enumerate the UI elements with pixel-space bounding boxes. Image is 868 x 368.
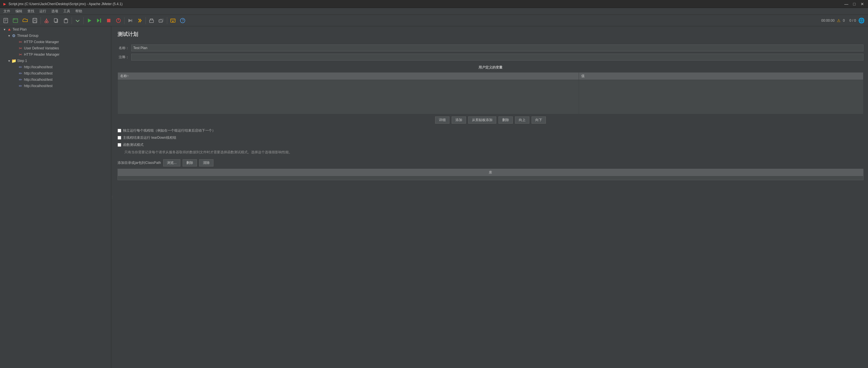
main-layout: ▼ 🔺 Test Plan ▼ ⚙ Thread Group ✂ HTTP Co… [0, 26, 868, 368]
menu-find[interactable]: 查找 [25, 8, 36, 14]
thread-group-label: Thread Group [17, 34, 38, 38]
delete-classpath-button[interactable]: 删除 [183, 159, 197, 166]
menu-options[interactable]: 选项 [49, 8, 61, 14]
add-from-clipboard-button[interactable]: 从剪贴板添加 [468, 117, 496, 124]
no-toggle-vars [14, 46, 18, 51]
stop-button[interactable] [104, 16, 113, 25]
classpath-label: 添加目录或jar包到ClassPath [118, 160, 161, 165]
name-row: 名称： [118, 44, 863, 51]
sidebar-item-req2[interactable]: ✏ http://localhost/test [0, 70, 111, 76]
req3-label: http://localhost/test [24, 78, 53, 82]
menu-edit[interactable]: 编辑 [13, 8, 25, 14]
browse-button[interactable] [168, 16, 178, 25]
menu-file[interactable]: 文件 [1, 8, 12, 14]
svg-point-10 [45, 21, 46, 23]
clear-classpath-button[interactable]: 清除 [199, 159, 213, 166]
browse-classpath-button[interactable]: 浏览... [163, 159, 180, 166]
sidebar: ▼ 🔺 Test Plan ▼ ⚙ Thread Group ✂ HTTP Co… [0, 26, 111, 368]
checkbox-functional-label: 函数测试模式 [123, 143, 144, 147]
clear-all-button[interactable] [157, 16, 166, 25]
sep1 [40, 17, 41, 24]
header-icon: ✂ [18, 52, 23, 57]
checkbox-section: 独立运行每个线程组（例如在一个组运行结束后启动下一个） 主线程结束后运行 tea… [118, 128, 863, 147]
remote-start-button[interactable] [126, 16, 135, 25]
sidebar-item-thread-group[interactable]: ▼ ⚙ Thread Group [0, 33, 111, 39]
req4-icon: ✏ [18, 84, 23, 88]
detail-button[interactable]: 详细 [435, 117, 450, 124]
checkbox-run-independently[interactable] [118, 129, 121, 132]
comment-input[interactable] [131, 54, 863, 61]
sep5 [146, 17, 146, 24]
expand-button[interactable] [73, 16, 82, 25]
templates-button[interactable] [11, 16, 20, 25]
checkbox-row-3: 函数测试模式 [118, 143, 863, 147]
up-button[interactable]: 向上 [515, 117, 529, 124]
menu-run[interactable]: 运行 [37, 8, 49, 14]
window-title: Script.jmx (C:\Users\JackChen\Desktop\Sc… [8, 2, 843, 6]
svg-rect-15 [54, 19, 57, 22]
sidebar-item-test-plan[interactable]: ▼ 🔺 Test Plan [0, 26, 111, 33]
sidebar-item-step1[interactable]: ▼ 📁 Step 1 [0, 58, 111, 64]
toolbar-right: 00:00:00 ⚠ 0 0 / 0 🌐 [821, 18, 867, 24]
sidebar-item-req3[interactable]: ✏ http://localhost/test [0, 76, 111, 83]
test-plan-label: Test Plan [12, 27, 27, 31]
cut-button[interactable] [42, 16, 51, 25]
library-header: 库 [118, 169, 863, 177]
checkbox-row-2: 主线程结束后运行 tearDown线程组 [118, 135, 863, 140]
checkbox-teardown[interactable] [118, 136, 121, 140]
req4-label: http://localhost/test [24, 84, 53, 88]
sidebar-item-user-vars[interactable]: ✂ User Defined Variables [0, 45, 111, 51]
svg-rect-9 [33, 21, 36, 23]
shutdown-button[interactable] [114, 16, 123, 25]
classpath-row: 添加目录或jar包到ClassPath 浏览... 删除 清除 [118, 159, 863, 166]
copy-button[interactable] [52, 16, 61, 25]
svg-rect-4 [13, 19, 18, 23]
menu-bar: 文件 编辑 查找 运行 选项 工具 帮助 [0, 8, 868, 15]
req2-label: http://localhost/test [24, 71, 53, 75]
menu-help[interactable]: 帮助 [73, 8, 85, 14]
checkbox-functional[interactable] [118, 143, 121, 147]
sidebar-item-http-header[interactable]: ✂ HTTP Header Manager [0, 51, 111, 58]
menu-tools[interactable]: 工具 [61, 8, 72, 14]
sidebar-item-req1[interactable]: ✏ http://localhost/test [0, 64, 111, 70]
name-input[interactable] [131, 44, 863, 51]
cookie-icon: ✂ [18, 40, 23, 44]
clear-button[interactable] [147, 16, 156, 25]
delete-row-button[interactable]: 删除 [498, 117, 513, 124]
down-button[interactable]: 向下 [532, 117, 546, 124]
help-button[interactable]: ? [178, 16, 187, 25]
table-toolbar: 详细 添加 从剪贴板添加 删除 向上 向下 [118, 117, 863, 124]
svg-point-11 [46, 21, 48, 23]
open-button[interactable] [21, 16, 30, 25]
run-no-pause-button[interactable] [94, 16, 103, 25]
req3-icon: ✏ [18, 78, 23, 82]
close-button[interactable]: ✕ [859, 1, 866, 7]
req1-label: http://localhost/test [24, 65, 53, 69]
variables-table: 名称↑ 值 [118, 72, 863, 114]
comment-row: 注释： [118, 54, 863, 61]
toggle-test-plan[interactable]: ▼ [2, 27, 7, 32]
comment-label: 注释： [118, 55, 131, 60]
name-label: 名称： [118, 46, 131, 51]
remote-stop-button[interactable] [135, 16, 144, 25]
add-button[interactable]: 添加 [452, 117, 466, 124]
minimize-button[interactable]: — [843, 1, 850, 7]
paste-button[interactable] [61, 16, 70, 25]
svg-rect-31 [160, 19, 163, 22]
svg-rect-21 [107, 19, 111, 22]
svg-rect-30 [159, 20, 162, 22]
svg-marker-19 [97, 19, 100, 23]
no-toggle-cookie [14, 40, 18, 44]
toggle-step1[interactable]: ▼ [7, 59, 11, 63]
maximize-button[interactable]: □ [851, 1, 858, 7]
panel-title: 测试计划 [118, 31, 863, 40]
functional-description: 只有当你需要记录每个请求从服务器取得的数据到文件时才需要选择函数测试模式。选择这… [124, 150, 863, 155]
save-button[interactable] [30, 16, 39, 25]
sidebar-item-http-cookie[interactable]: ✂ HTTP Cookie Manager [0, 39, 111, 45]
toggle-thread-group[interactable]: ▼ [7, 33, 11, 38]
checkbox-run-independently-label: 独立运行每个线程组（例如在一个组运行结束后启动下一个） [123, 128, 215, 133]
new-button[interactable] [1, 16, 10, 25]
svg-line-12 [45, 19, 46, 21]
sidebar-item-req4[interactable]: ✏ http://localhost/test [0, 83, 111, 89]
run-button[interactable] [85, 16, 94, 25]
